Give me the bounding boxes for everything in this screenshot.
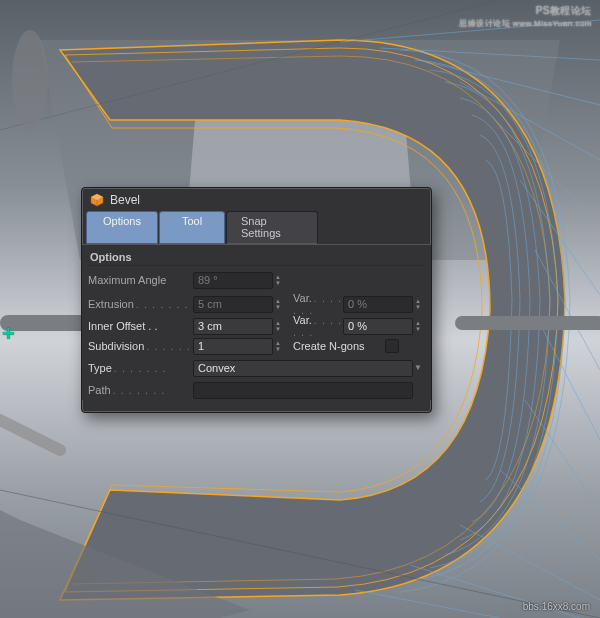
tab-bar: Options Tool Snap Settings xyxy=(82,211,431,244)
panel-title: Bevel xyxy=(110,193,140,207)
svg-point-17 xyxy=(12,30,48,130)
svg-line-12 xyxy=(355,590,500,618)
cube-icon xyxy=(90,193,104,207)
label-path: Path xyxy=(88,384,193,396)
checkbox-create-ngons[interactable] xyxy=(385,339,399,353)
field-subdivision[interactable]: 1 xyxy=(193,338,273,355)
panel-title-bar[interactable]: Bevel xyxy=(82,188,431,211)
type-value: Convex xyxy=(198,362,235,374)
row-subdivision: Subdivision 1 Create N-gons xyxy=(88,336,425,356)
tab-body: Options Maximum Angle 89 ° Extrusion 5 c… xyxy=(82,244,431,400)
field-extrusion-var[interactable]: 0 % xyxy=(343,296,413,313)
label-create-ngons: Create N-gons xyxy=(283,340,381,352)
row-inner-offset: Inner Offset . . 3 cm Var. 0 % xyxy=(88,314,425,334)
section-label: Options xyxy=(88,247,425,266)
spinner-max-angle[interactable] xyxy=(273,272,283,289)
field-inner-offset-var[interactable]: 0 % xyxy=(343,318,413,335)
row-extrusion: Extrusion 5 cm Var. 0 % xyxy=(88,292,425,312)
svg-line-9 xyxy=(500,470,600,560)
row-max-angle: Maximum Angle 89 ° xyxy=(88,270,425,290)
spinner-extrusion-var[interactable] xyxy=(413,296,423,313)
row-path: Path xyxy=(88,380,425,400)
tab-options[interactable]: Options xyxy=(86,211,158,244)
spinner-extrusion[interactable] xyxy=(273,296,283,313)
label-inner-offset-var: Var. xyxy=(283,314,343,338)
field-max-angle[interactable]: 89 ° xyxy=(193,272,273,289)
field-path[interactable] xyxy=(193,382,413,399)
field-extrusion[interactable]: 5 cm xyxy=(193,296,273,313)
label-inner-offset: Inner Offset . . xyxy=(88,320,193,332)
svg-line-10 xyxy=(460,525,600,600)
spinner-inner-offset[interactable] xyxy=(273,318,283,335)
label-type: Type xyxy=(88,362,193,374)
label-max-angle: Maximum Angle xyxy=(88,274,193,286)
svg-rect-15 xyxy=(0,315,90,331)
spinner-subdivision[interactable] xyxy=(273,338,283,355)
watermark-bottom: bbs.16xx8.com xyxy=(523,601,590,612)
field-type[interactable]: Convex xyxy=(193,360,413,377)
row-type: Type Convex xyxy=(88,358,425,378)
field-inner-offset[interactable]: 3 cm xyxy=(193,318,273,335)
tab-snap-settings[interactable]: Snap Settings xyxy=(226,211,318,244)
tab-tool[interactable]: Tool xyxy=(159,211,225,244)
svg-rect-16 xyxy=(455,316,600,330)
label-extrusion: Extrusion xyxy=(88,298,193,310)
watermark-top: PS教程论坛 思缘设计论坛 www.MissYuan.com xyxy=(459,4,592,29)
spinner-inner-offset-var[interactable] xyxy=(413,318,423,335)
bevel-panel: Bevel Options Tool Snap Settings Options… xyxy=(81,187,432,413)
label-subdivision: Subdivision xyxy=(88,340,193,352)
dropdown-type-icon[interactable] xyxy=(413,360,423,377)
label-extrusion-var: Var. xyxy=(283,292,343,316)
